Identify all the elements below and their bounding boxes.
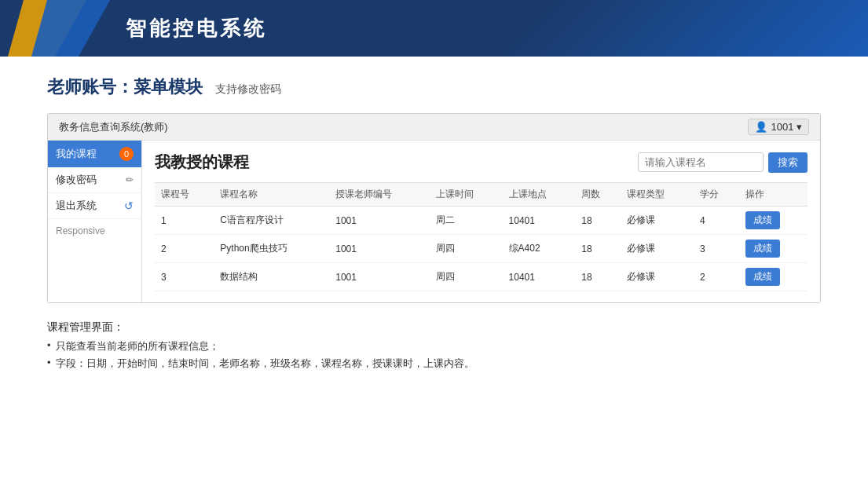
search-input[interactable]	[638, 152, 764, 172]
score-button[interactable]: 成绩	[745, 268, 780, 286]
cell-action[interactable]: 成绩	[739, 207, 808, 235]
cell-time: 周二	[430, 207, 503, 235]
col-teacher-id: 授课老师编号	[329, 183, 430, 207]
col-name: 课程名称	[214, 183, 329, 207]
demo-topbar-title: 教务信息查询系统(教师)	[59, 120, 168, 134]
logout-label: 退出系统	[56, 199, 97, 213]
page-heading-title: 老师账号：菜单模块	[47, 75, 203, 99]
logo	[0, 0, 110, 57]
table-header-row: 课程号 课程名称 授课老师编号 上课时间 上课地点 周数 课程类型 学分 操作	[155, 183, 808, 207]
table-row: 2 Python爬虫技巧 1001 周四 综A402 18 必修课 3 成绩	[155, 235, 808, 263]
score-button[interactable]: 成绩	[745, 211, 780, 229]
course-table: 课程号 课程名称 授课老师编号 上课时间 上课地点 周数 课程类型 学分 操作	[155, 182, 808, 291]
notes-section: 课程管理界面： 只能查看当前老师的所有课程信息；字段：日期，开始时间，结束时间，…	[47, 320, 821, 371]
cell-teacher-id: 1001	[329, 207, 430, 235]
cell-location: 10401	[503, 263, 576, 291]
table-row: 3 数据结构 1001 周四 10401 18 必修课 2 成绩	[155, 263, 808, 291]
cell-location: 综A402	[503, 235, 576, 263]
cell-id: 3	[155, 263, 214, 291]
cell-time: 周四	[430, 235, 503, 263]
notes-item: 字段：日期，开始时间，结束时间，老师名称，班级名称，课程名称，授课课时，上课内容…	[47, 357, 821, 371]
page-heading-subtitle: 支持修改密码	[215, 82, 281, 97]
col-weeks: 周数	[575, 183, 621, 207]
content-area: 老师账号：菜单模块 支持修改密码 教务信息查询系统(教师) 👤 1001 ▾ 我…	[0, 57, 868, 390]
cell-location: 10401	[503, 207, 576, 235]
col-time: 上课时间	[430, 183, 503, 207]
main-title: 我教授的课程	[155, 152, 249, 173]
cell-time: 周四	[430, 263, 503, 291]
header: 智能控电系统	[0, 0, 868, 57]
sidebar-item-logout[interactable]: 退出系统 ↺	[48, 193, 141, 219]
cell-name: 数据结构	[214, 263, 329, 291]
cell-teacher-id: 1001	[329, 263, 430, 291]
score-button[interactable]: 成绩	[745, 240, 780, 258]
demo-topbar: 教务信息查询系统(教师) 👤 1001 ▾	[48, 114, 820, 141]
demo-main: 我教授的课程 搜索 课程号 课程名称 授课老师编号 上课时间 上课地点	[142, 141, 820, 302]
cell-weeks: 18	[575, 235, 621, 263]
notes-title: 课程管理界面：	[47, 320, 821, 335]
search-area: 搜索	[638, 152, 808, 173]
cell-credits: 4	[694, 207, 739, 235]
cell-action[interactable]: 成绩	[739, 235, 808, 263]
col-credits: 学分	[694, 183, 739, 207]
cell-type: 必修课	[621, 263, 694, 291]
cell-type: 必修课	[621, 207, 694, 235]
user-icon: 👤	[755, 121, 767, 133]
sidebar-responsive: Responsive	[48, 219, 141, 243]
cell-teacher-id: 1001	[329, 235, 430, 263]
search-button[interactable]: 搜索	[768, 152, 808, 173]
col-action: 操作	[739, 183, 808, 207]
demo-topbar-user[interactable]: 👤 1001 ▾	[748, 119, 809, 135]
sidebar-item-change-pwd[interactable]: 修改密码 ✏	[48, 167, 141, 193]
table-row: 1 C语言程序设计 1001 周二 10401 18 必修课 4 成绩	[155, 207, 808, 235]
cell-action[interactable]: 成绩	[739, 263, 808, 291]
sidebar-badge: 0	[119, 147, 134, 161]
sidebar-item-my-course[interactable]: 我的课程 0	[48, 141, 141, 167]
demo-sidebar: 我的课程 0 修改密码 ✏ 退出系统 ↺ Responsive	[48, 141, 142, 302]
main-header: 我教授的课程 搜索	[155, 152, 808, 173]
demo-window: 教务信息查询系统(教师) 👤 1001 ▾ 我的课程 0 修改密码 ✏ 退出系统	[47, 113, 821, 303]
cell-credits: 2	[694, 263, 739, 291]
refresh-icon: ↺	[124, 199, 134, 212]
header-title: 智能控电系统	[126, 15, 267, 42]
cell-weeks: 18	[575, 207, 621, 235]
user-label: 1001 ▾	[771, 121, 802, 133]
cell-id: 2	[155, 235, 214, 263]
demo-body: 我的课程 0 修改密码 ✏ 退出系统 ↺ Responsive 我教授的	[48, 141, 820, 302]
change-pwd-label: 修改密码	[56, 173, 97, 187]
cell-id: 1	[155, 207, 214, 235]
cell-weeks: 18	[575, 263, 621, 291]
notes-item: 只能查看当前老师的所有课程信息；	[47, 339, 821, 353]
my-course-label: 我的课程	[56, 147, 97, 161]
col-id: 课程号	[155, 183, 214, 207]
notes-list: 只能查看当前老师的所有课程信息；字段：日期，开始时间，结束时间，老师名称，班级名…	[47, 339, 821, 371]
cell-credits: 3	[694, 235, 739, 263]
cell-name: Python爬虫技巧	[214, 235, 329, 263]
col-location: 上课地点	[503, 183, 576, 207]
cell-name: C语言程序设计	[214, 207, 329, 235]
col-type: 课程类型	[621, 183, 694, 207]
cell-type: 必修课	[621, 235, 694, 263]
pencil-icon: ✏	[126, 174, 134, 185]
page-heading: 老师账号：菜单模块 支持修改密码	[47, 75, 821, 99]
